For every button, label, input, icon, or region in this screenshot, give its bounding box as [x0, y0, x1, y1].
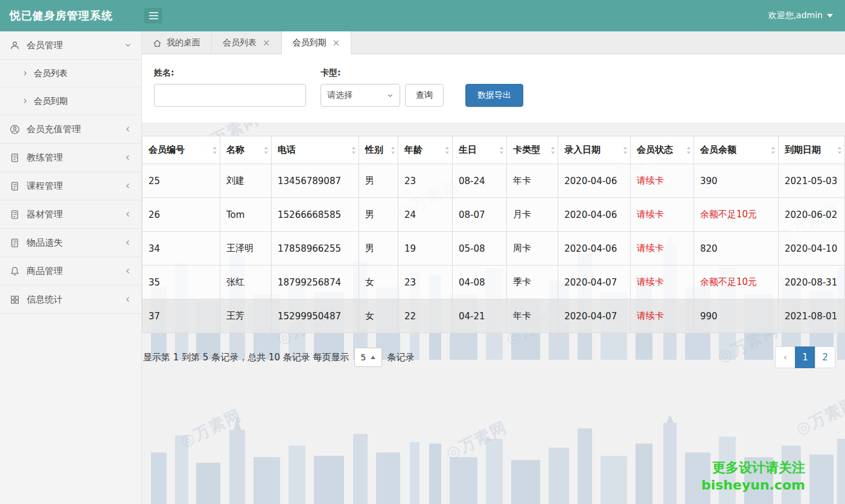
sidebar-item[interactable]: 信息统计 — [0, 285, 141, 314]
column-header-name[interactable]: 名称 — [220, 136, 272, 164]
sidebar-subitem[interactable]: 会员到期 — [0, 88, 141, 115]
table-row[interactable]: 35张红18799256874女2304-08季卡2020-04-07请续卡余额… — [142, 266, 845, 299]
cell-card_type: 年卡 — [507, 299, 558, 333]
column-header-phone[interactable]: 电话 — [272, 136, 359, 164]
column-header-age[interactable]: 年龄 — [398, 136, 453, 164]
cell-status: 请续卡 — [631, 266, 694, 299]
caret-down-icon — [827, 14, 833, 18]
column-header-card_type[interactable]: 卡类型 — [507, 136, 558, 164]
cell-age: 23 — [398, 164, 453, 198]
chevron-left-icon — [124, 211, 132, 218]
pagination-prev-button[interactable]: ‹ — [775, 346, 796, 368]
sidebar-item[interactable]: 会员管理 — [0, 31, 141, 60]
column-label: 生日 — [459, 144, 477, 155]
cell-phone: 13456789087 — [272, 164, 359, 198]
table-row[interactable]: 34王泽明17858966255男1905-08周卡2020-04-06请续卡8… — [142, 232, 845, 266]
sort-icon — [550, 146, 555, 155]
cell-status: 请续卡 — [631, 164, 694, 198]
cell-age: 23 — [398, 266, 453, 299]
cell-entry_date: 2020-04-06 — [558, 232, 631, 266]
tab-item[interactable]: 我的桌面 — [142, 31, 212, 54]
tab-bar: 我的桌面会员列表×会员到期× — [142, 31, 845, 54]
sidebar-item[interactable]: 物品遗失 — [0, 229, 141, 257]
query-button[interactable]: 查询 — [405, 84, 444, 107]
content-area: 会员编号名称电话性别年龄生日卡类型录入日期会员状态会员余额到期日期 25刘建13… — [142, 123, 845, 368]
cell-balance: 余额不足10元 — [694, 198, 779, 232]
cell-gender: 女 — [359, 299, 398, 333]
pagination-page-button[interactable]: 2 — [815, 346, 835, 368]
sidebar-item-label: 物品遗失 — [27, 237, 118, 249]
cell-member_id: 37 — [142, 299, 220, 333]
sort-icon — [264, 146, 269, 155]
sidebar-item-label: 会员充值管理 — [27, 124, 118, 135]
sidebar-item[interactable]: 会员充值管理 — [0, 115, 141, 144]
bisheyun-line2: bisheyun.com — [701, 476, 805, 494]
user-menu[interactable]: 欢迎您,admin — [768, 10, 845, 21]
sidebar-item[interactable]: 商品管理 — [0, 257, 141, 285]
cell-member_id: 35 — [142, 266, 220, 299]
column-header-birthday[interactable]: 生日 — [453, 136, 507, 164]
cell-name: 王芳 — [220, 299, 272, 333]
user-icon — [10, 40, 20, 51]
bisheyun-watermark: 更多设计请关注 bisheyun.com — [701, 459, 805, 494]
column-label: 到期日期 — [785, 144, 821, 155]
tab-label: 会员列表 — [223, 37, 257, 48]
column-label: 会员编号 — [148, 144, 185, 155]
sidebar-item[interactable]: 课程管理 — [0, 172, 141, 200]
sidebar-item-label: 信息统计 — [27, 294, 118, 305]
pagination-page-button[interactable]: 1 — [795, 346, 815, 368]
name-filter-input[interactable] — [154, 84, 306, 107]
sidebar-item-label: 器材管理 — [27, 209, 118, 220]
cell-balance: 820 — [694, 232, 779, 266]
column-label: 年龄 — [404, 144, 422, 155]
column-header-status[interactable]: 会员状态 — [631, 136, 694, 164]
cell-age: 19 — [398, 232, 453, 266]
tab-label: 会员到期 — [293, 37, 327, 48]
table-row[interactable]: 25刘建13456789087男2308-24年卡2020-04-06请续卡39… — [142, 164, 845, 198]
grid-icon — [10, 295, 20, 305]
sidebar-item-label: 商品管理 — [27, 266, 118, 277]
summary-suffix: 条记录 — [387, 352, 414, 363]
cell-birthday: 04-21 — [453, 299, 507, 333]
column-header-entry_date[interactable]: 录入日期 — [558, 136, 631, 164]
tab-label: 我的桌面 — [167, 37, 200, 48]
sort-icon — [686, 146, 691, 155]
table-row[interactable]: 37王芳15299950487女2204-21年卡2020-04-07请续卡99… — [142, 299, 845, 333]
cell-gender: 女 — [359, 266, 398, 299]
sidebar-toggle-button[interactable] — [144, 8, 162, 24]
column-header-member_id[interactable]: 会员编号 — [142, 136, 220, 164]
sort-icon — [445, 146, 450, 155]
cell-expiry_date: 2020-06-02 — [779, 198, 845, 232]
close-icon[interactable]: × — [263, 37, 270, 48]
sidebar-subitem[interactable]: 会员列表 — [0, 60, 141, 88]
cell-status: 请续卡 — [631, 198, 694, 232]
table-row[interactable]: 26Tom15266668585男2408-07月卡2020-04-06请续卡余… — [142, 198, 845, 232]
cell-balance: 390 — [694, 164, 779, 198]
column-header-balance[interactable]: 会员余额 — [694, 136, 779, 164]
pagination-bar: 显示第 1 到第 5 条记录，总共 10 条记录 每页显示 5 条记录 ‹12 — [142, 346, 845, 368]
cell-birthday: 08-24 — [453, 164, 507, 198]
cell-phone: 15266668585 — [272, 198, 359, 232]
tab-item[interactable]: 会员到期× — [282, 31, 352, 54]
sidebar-item[interactable]: 教练管理 — [0, 144, 141, 172]
close-icon[interactable]: × — [333, 37, 340, 48]
chevron-right-icon — [22, 98, 28, 104]
page-size-dropdown[interactable]: 5 — [354, 348, 383, 367]
tab-item[interactable]: 会员列表× — [212, 31, 282, 54]
app-title: 悦已健身房管理系统 — [0, 8, 142, 23]
cell-gender: 男 — [359, 232, 398, 266]
cell-birthday: 08-07 — [453, 198, 507, 232]
column-header-gender[interactable]: 性别 — [359, 136, 398, 164]
cell-card_type: 周卡 — [507, 232, 558, 266]
column-header-expiry_date[interactable]: 到期日期 — [779, 136, 845, 164]
cell-phone: 17858966255 — [272, 232, 359, 266]
export-button[interactable]: 数据导出 — [465, 84, 523, 107]
column-label: 录入日期 — [564, 144, 601, 155]
sidebar-subitem-label: 会员到期 — [34, 96, 68, 107]
cell-age: 22 — [398, 299, 453, 333]
top-header: 悦已健身房管理系统 欢迎您,admin — [0, 0, 845, 31]
card-type-selected-value: 请选择 — [327, 90, 352, 101]
sidebar-item[interactable]: 器材管理 — [0, 200, 141, 229]
table-header-row: 会员编号名称电话性别年龄生日卡类型录入日期会员状态会员余额到期日期 — [142, 136, 845, 164]
card-type-select[interactable]: 请选择 — [320, 84, 400, 107]
